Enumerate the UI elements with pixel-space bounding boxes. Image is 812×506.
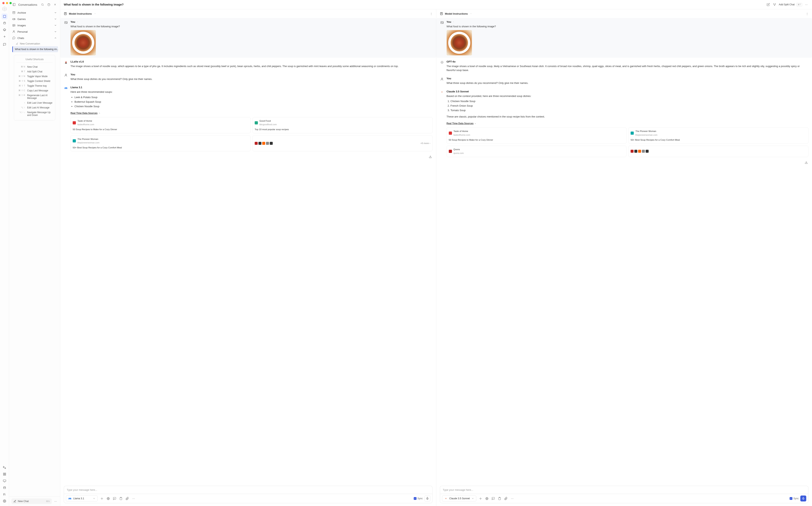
download-icon[interactable]	[804, 160, 808, 165]
shortcut-row: ⌘ ⇧ TToggle Theme tray	[16, 83, 53, 88]
source-card[interactable]: Quoraquora.com	[447, 146, 627, 157]
search-icon[interactable]	[40, 2, 45, 7]
settings-icon[interactable]	[99, 496, 105, 501]
rail-monitor-icon[interactable]	[2, 478, 7, 484]
clipboard-icon[interactable]	[497, 496, 502, 501]
user-avatar-icon	[440, 20, 444, 25]
help-icon[interactable]	[47, 2, 51, 7]
folder-archive[interactable]: Archive	[11, 9, 58, 16]
new-conversation-link[interactable]: New Conversation	[11, 41, 58, 46]
attached-image[interactable]	[447, 30, 472, 56]
list-item: Chicken Noodle Soup	[74, 104, 432, 108]
rail-magic-icon[interactable]	[2, 465, 7, 471]
message-you: YouWhat three soup dishes do you recomme…	[64, 71, 432, 83]
shortcut-row: ⌘ ⇧ RRegenerate Last AI Message	[16, 93, 53, 100]
close-sidebar-icon[interactable]	[53, 2, 57, 7]
check-icon: ✓	[790, 497, 792, 500]
folder-chats[interactable]: Chats	[11, 35, 58, 41]
svg-point-40	[774, 5, 775, 6]
close-window[interactable]	[2, 2, 5, 4]
list-item: Butternut Squash Soup	[74, 100, 432, 104]
sync-checkbox[interactable]: ✓Sync	[790, 497, 799, 500]
folder-personal[interactable]: Personal	[11, 28, 58, 35]
source-card[interactable]: Taste of Hometasteofhome.com50 Soup Reci…	[447, 128, 627, 144]
folder-games[interactable]: Games	[11, 16, 58, 22]
message-text: Based on the context provided, here are …	[447, 94, 809, 157]
pane-more-icon[interactable]: ⋮	[806, 12, 808, 15]
source-more-card[interactable]	[628, 146, 808, 157]
rail-workspace-2[interactable]	[2, 20, 7, 26]
source-icon	[73, 121, 76, 124]
message-text: What three soup dishes do you recommend?…	[447, 81, 809, 85]
maximize-window[interactable]	[9, 2, 12, 4]
message-you: You What food is shown in the following …	[436, 18, 812, 58]
conversation-item-active[interactable]: What food is shown in the following im..…	[12, 46, 58, 52]
add-split-chat-button[interactable]: Add Split Chat	[779, 3, 795, 6]
attach-icon[interactable]	[125, 496, 130, 501]
sidebar: Conversations ArchiveGamesImagesPersonal…	[9, 0, 60, 506]
svg-point-34	[14, 19, 15, 19]
message-author: You	[447, 77, 809, 80]
chat-pane-right: Model Instructions⋮You What food is show…	[436, 9, 812, 506]
shortcut-row: ⌘ NNew Chat	[16, 65, 53, 69]
attached-image[interactable]	[70, 30, 96, 56]
globe-icon[interactable]	[484, 496, 489, 501]
model-selector[interactable]: ✶Claude 3.5 Sonnet	[442, 496, 476, 501]
more-icon[interactable]: ⋯	[510, 496, 515, 501]
sources-toggle[interactable]: Real Time Data Sources	[447, 122, 476, 125]
more-icon[interactable]: ⋯	[131, 496, 136, 501]
message-text: The image shows a bowl of noodle soup, l…	[447, 64, 809, 72]
svg-rect-65	[803, 497, 804, 499]
edit-icon[interactable]	[766, 2, 770, 7]
source-card[interactable]: Good Foodbbcgoodfood.comTop 10 most popu…	[253, 117, 432, 133]
svg-point-39	[775, 4, 776, 4]
globe-icon[interactable]	[106, 496, 111, 501]
svg-point-57	[441, 22, 442, 23]
source-more-card[interactable]: +5 more ›	[253, 135, 432, 152]
app-logo	[2, 6, 7, 11]
shortcuts-title: Useful Shortcuts	[16, 58, 53, 63]
rail-settings-icon[interactable]	[2, 498, 7, 504]
message-input[interactable]: Type your message here...	[64, 486, 432, 494]
prompt-icon[interactable]	[112, 496, 117, 501]
message-input[interactable]: Type your message here...	[440, 486, 809, 494]
rail-add-workspace[interactable]	[2, 33, 7, 39]
source-card[interactable]: Taste of Hometasteofhome.com50 Soup Reci…	[70, 117, 251, 133]
header-more-icon[interactable]: ⋯	[804, 2, 808, 7]
rail-chat-icon[interactable]	[2, 41, 7, 48]
rail-workspace-3[interactable]	[2, 27, 7, 33]
attach-icon[interactable]	[503, 496, 509, 501]
sync-checkbox[interactable]: ✓Sync	[414, 497, 423, 500]
shortcuts-card: Useful Shortcuts⌘ NNew Chat⌘ TAdd Split …	[14, 55, 55, 120]
rail-grid-icon[interactable]	[2, 471, 7, 477]
branch-icon[interactable]	[772, 2, 777, 7]
new-chat-button[interactable]: New Chat ⌘N	[11, 499, 52, 504]
model-instructions-header[interactable]: Model Instructions⋮	[436, 9, 812, 18]
mic-button[interactable]	[424, 496, 430, 501]
settings-icon[interactable]	[478, 496, 483, 501]
download-icon[interactable]	[428, 155, 432, 159]
svg-rect-9	[5, 473, 6, 474]
model-selector[interactable]: Llama 3.1	[66, 496, 97, 501]
rail-library-icon[interactable]	[2, 491, 7, 497]
mic-button[interactable]	[800, 496, 806, 501]
more-sources-link[interactable]: +5 more ›	[420, 142, 430, 145]
clipboard-icon[interactable]	[118, 496, 123, 501]
sources-toggle[interactable]: Real Time Data Sources	[70, 111, 100, 115]
model-instructions-header[interactable]: Model Instructions⋮	[60, 9, 436, 18]
folder-images[interactable]: Images	[11, 22, 58, 28]
new-chat-label: New Chat	[18, 500, 29, 503]
sidebar-title: Conversations	[18, 3, 38, 6]
pane-more-icon[interactable]: ⋮	[430, 12, 432, 15]
source-icon	[449, 150, 452, 153]
prompt-icon[interactable]	[490, 496, 496, 501]
source-card[interactable]: The Pioneer Womanthepioneerwoman.com50+ …	[628, 128, 808, 144]
more-icon[interactable]: ⋯	[53, 499, 58, 503]
rail-box-icon[interactable]	[2, 485, 7, 491]
rail-workspace-1[interactable]	[2, 13, 7, 19]
svg-point-48	[102, 498, 102, 499]
new-chat-kbd: ⌘N	[46, 500, 50, 503]
minimize-window[interactable]	[6, 2, 8, 4]
source-icon	[255, 121, 258, 124]
source-card[interactable]: The Pioneer Womanthepioneerwoman.com50+ …	[70, 135, 251, 152]
